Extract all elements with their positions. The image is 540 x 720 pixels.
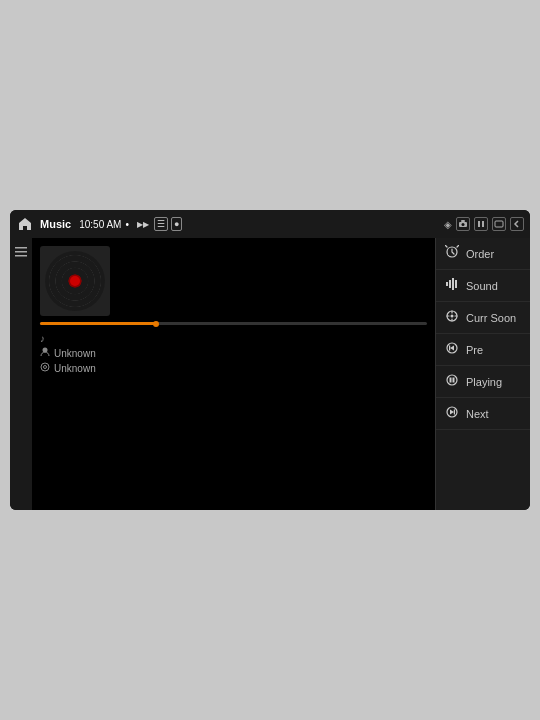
music-note-icon: ♪	[40, 333, 45, 344]
vinyl-record	[45, 251, 105, 311]
progress-thumb	[153, 321, 159, 327]
svg-marker-19	[450, 346, 454, 351]
main-content: ♪ Unknown	[10, 238, 530, 510]
menu-item-curr-soon[interactable]: Curr Soon	[436, 302, 530, 334]
menu-item-next[interactable]: Next	[436, 398, 530, 430]
menu-item-pre[interactable]: Pre	[436, 334, 530, 366]
svg-rect-4	[482, 221, 484, 227]
device-frame: Music 10:50 AM • ▶▶ ☰ ● ◈	[10, 210, 530, 510]
status-icons-left: ▶▶ ☰ ●	[135, 217, 182, 231]
screen-icon	[492, 217, 506, 231]
status-icon-2: ☰	[154, 217, 168, 231]
svg-rect-7	[15, 251, 27, 253]
artist-icon	[40, 347, 50, 359]
svg-rect-12	[446, 282, 448, 286]
right-menu: Order Sound	[435, 238, 530, 510]
svg-rect-3	[478, 221, 480, 227]
vinyl-center	[70, 276, 80, 286]
svg-rect-23	[453, 378, 455, 383]
location-icon: ◈	[444, 219, 452, 230]
svg-rect-8	[15, 255, 27, 257]
status-dot: •	[125, 219, 129, 230]
track-album: Unknown	[54, 363, 96, 374]
curr-soon-icon	[444, 309, 460, 326]
next-icon	[444, 405, 460, 422]
status-icons-right: ◈	[444, 217, 524, 231]
player-area: ♪ Unknown	[32, 238, 435, 510]
track-artist: Unknown	[54, 348, 96, 359]
artist-row: Unknown	[40, 347, 427, 359]
order-label: Order	[466, 248, 494, 260]
svg-rect-20	[449, 346, 450, 351]
svg-rect-13	[449, 280, 451, 288]
status-bar: Music 10:50 AM • ▶▶ ☰ ● ◈	[10, 210, 530, 238]
camera-icon	[456, 217, 470, 231]
order-icon	[444, 245, 460, 262]
app-name: Music	[40, 218, 71, 230]
svg-point-10	[41, 363, 49, 371]
progress-fill	[40, 322, 156, 325]
album-row: Unknown	[40, 362, 427, 374]
status-icon-3: ●	[171, 217, 182, 231]
svg-point-1	[462, 223, 465, 226]
pre-label: Pre	[466, 344, 483, 356]
menu-item-playing[interactable]: Playing	[436, 366, 530, 398]
list-icon[interactable]	[15, 246, 27, 261]
album-icon	[40, 362, 50, 374]
sound-label: Sound	[466, 280, 498, 292]
home-icon[interactable]	[16, 215, 34, 233]
svg-point-11	[44, 366, 47, 369]
svg-rect-26	[454, 410, 455, 415]
album-art	[40, 246, 110, 316]
svg-marker-25	[450, 410, 454, 415]
title-row: ♪	[40, 333, 427, 344]
svg-point-17	[451, 315, 454, 318]
playing-label: Playing	[466, 376, 502, 388]
menu-item-order[interactable]: Order	[436, 238, 530, 270]
status-time: 10:50 AM	[79, 219, 121, 230]
pause-icon	[474, 217, 488, 231]
left-sidebar	[10, 238, 32, 510]
svg-rect-22	[450, 378, 452, 383]
track-info: ♪ Unknown	[40, 333, 427, 374]
svg-point-21	[447, 375, 457, 385]
status-icon-1: ▶▶	[135, 219, 151, 230]
back-icon[interactable]	[510, 217, 524, 231]
svg-rect-14	[452, 278, 454, 290]
svg-rect-6	[15, 247, 27, 249]
progress-bar[interactable]	[40, 322, 427, 325]
menu-item-sound[interactable]: Sound	[436, 270, 530, 302]
next-label: Next	[466, 408, 489, 420]
pre-icon	[444, 341, 460, 358]
svg-rect-5	[495, 221, 503, 227]
progress-section	[40, 322, 427, 327]
svg-rect-2	[461, 220, 465, 222]
curr-soon-label: Curr Soon	[466, 312, 516, 324]
svg-rect-15	[455, 280, 457, 288]
playing-icon	[444, 373, 460, 390]
sound-icon	[444, 277, 460, 294]
